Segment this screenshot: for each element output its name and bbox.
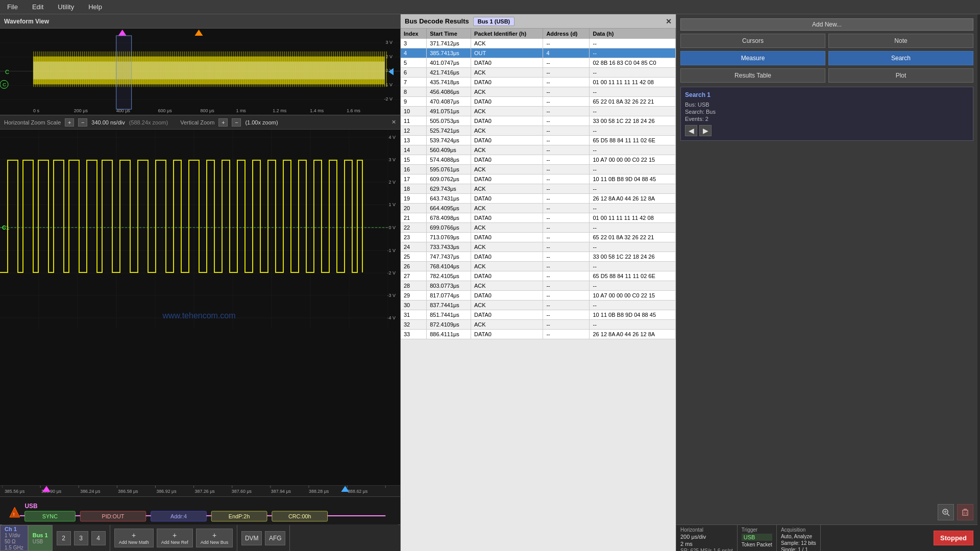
add-ref-btn[interactable]: + Add New Ref bbox=[157, 529, 193, 547]
table-row[interactable]: 15574.4088μsDATA0--10 A7 00 00 00 C0 22 … bbox=[401, 155, 676, 165]
close-zoom-btn[interactable]: ✕ bbox=[391, 119, 396, 126]
hz-zoom-minus[interactable]: − bbox=[78, 118, 87, 127]
search-type-info: Search: Bus bbox=[685, 109, 969, 115]
vt-zoom-plus[interactable]: + bbox=[218, 118, 228, 127]
table-row[interactable]: 3371.7412μsACK---- bbox=[401, 39, 676, 48]
col-addr: Address (d) bbox=[543, 29, 590, 39]
table-row[interactable]: 23713.0769μsDATA0--65 22 01 8A 32 26 22 … bbox=[401, 233, 676, 242]
svg-text:385.56 μs: 385.56 μs bbox=[5, 488, 25, 493]
menu-file[interactable]: File bbox=[4, 2, 21, 12]
svg-text:-3 V: -3 V bbox=[387, 293, 396, 298]
decode-table-body: 3371.7412μsACK----4385.7413μsOUT4--5401.… bbox=[401, 39, 676, 339]
table-row[interactable]: 10491.0751μsACK---- bbox=[401, 107, 676, 116]
hz-zoom-plus[interactable]: + bbox=[65, 118, 74, 127]
table-row[interactable]: 28803.0773μsACK---- bbox=[401, 281, 676, 291]
svg-text:387.26 μs: 387.26 μs bbox=[195, 488, 215, 493]
svg-text:2 V: 2 V bbox=[388, 180, 396, 185]
cursors-btn[interactable]: Cursors bbox=[680, 34, 825, 48]
table-row[interactable]: 31851.7441μsDATA0--10 11 0B B8 9D 04 88 … bbox=[401, 310, 676, 320]
right-spacer bbox=[676, 145, 977, 500]
table-row[interactable]: 7435.7418μsDATA0--01 00 11 11 11 11 42 0… bbox=[401, 78, 676, 87]
decode-table-container[interactable]: Index Start Time Packet Identifier (h) A… bbox=[401, 29, 676, 551]
table-row[interactable]: 6421.7416μsACK---- bbox=[401, 68, 676, 78]
overview-svg: // We'll draw these in the template belo… bbox=[0, 29, 400, 115]
note-btn[interactable]: Note bbox=[828, 34, 973, 48]
table-row[interactable]: 33886.4111μsDATA0--26 12 8A A0 44 26 12 … bbox=[401, 330, 676, 339]
menu-help[interactable]: Help bbox=[85, 2, 105, 12]
nav-next-btn[interactable]: ▶ bbox=[699, 125, 712, 136]
table-row[interactable]: 18629.743μsACK---- bbox=[401, 184, 676, 194]
table-row[interactable]: 17609.0762μsDATA0--10 11 0B B8 9D 04 88 … bbox=[401, 174, 676, 184]
svg-text:1.2 ms: 1.2 ms bbox=[273, 108, 286, 113]
table-row[interactable]: 16595.0761μsACK---- bbox=[401, 165, 676, 174]
usb-bus-area: ! USB SYNC PID:OUT Addr:4 EndP:2h CRC:00… bbox=[0, 496, 400, 524]
nav-prev-btn[interactable]: ◀ bbox=[685, 125, 697, 136]
table-row[interactable]: 14560.409μsACK---- bbox=[401, 145, 676, 155]
table-row[interactable]: 12525.7421μsACK---- bbox=[401, 126, 676, 136]
results-table-btn[interactable]: Results Table bbox=[680, 68, 825, 83]
plot-btn[interactable]: Plot bbox=[828, 68, 973, 83]
table-row[interactable]: 25747.7437μsDATA0--33 00 58 1C 22 18 24 … bbox=[401, 252, 676, 262]
table-row[interactable]: 20664.4095μsACK---- bbox=[401, 204, 676, 213]
bus1-detail1: USB bbox=[33, 539, 48, 544]
add-bus-btn[interactable]: + Add New Bus bbox=[196, 529, 233, 547]
channel-buttons: 2 3 4 bbox=[53, 525, 110, 551]
svg-text:-2 V: -2 V bbox=[387, 270, 396, 276]
add-math-btn[interactable]: + Add New Math bbox=[114, 529, 154, 547]
table-row[interactable]: 27782.4105μsDATA0--65 D5 88 84 11 11 02 … bbox=[401, 271, 676, 281]
table-row[interactable]: 32872.4109μsACK---- bbox=[401, 320, 676, 330]
svg-text:386.58 μs: 386.58 μs bbox=[118, 488, 138, 493]
svg-text:387.60 μs: 387.60 μs bbox=[232, 488, 252, 493]
table-row[interactable]: 5401.0747μsDATA0--02 8B 16 83 C0 04 85 C… bbox=[401, 58, 676, 68]
add-new-btn[interactable]: Add New... bbox=[680, 18, 973, 31]
table-row[interactable]: 30837.7441μsACK---- bbox=[401, 300, 676, 310]
afg-btn[interactable]: AFG bbox=[265, 531, 285, 545]
usb-bus-svg: ! USB SYNC PID:OUT Addr:4 EndP:2h CRC:00… bbox=[2, 497, 398, 525]
ch1-detail1: 1 V/div bbox=[5, 533, 23, 538]
table-row[interactable]: 21678.4098μsDATA0--01 00 11 11 11 11 42 … bbox=[401, 213, 676, 223]
search-btn[interactable]: Search bbox=[828, 51, 973, 65]
svg-text:388.62 μs: 388.62 μs bbox=[348, 488, 368, 493]
ch3-btn[interactable]: 3 bbox=[74, 531, 88, 545]
measure-btn[interactable]: Measure bbox=[680, 51, 825, 65]
decode-title-bar: Bus Decode Results Bus 1 (USB) ✕ bbox=[401, 14, 676, 29]
table-row[interactable]: 29817.0774μsDATA0--10 A7 00 00 00 C0 22 … bbox=[401, 291, 676, 300]
main-layout: Waveform View / bbox=[0, 14, 980, 551]
svg-text:1 V: 1 V bbox=[388, 202, 396, 207]
decode-close-btn[interactable]: ✕ bbox=[666, 17, 672, 26]
table-row[interactable]: 24733.7433μsACK---- bbox=[401, 242, 676, 252]
table-row[interactable]: 26768.4104μsACK---- bbox=[401, 262, 676, 271]
dvm-btn[interactable]: DVM bbox=[241, 531, 262, 545]
vt-zoom-label: Vertical Zoom bbox=[180, 119, 214, 126]
trigger-type: Token Packet bbox=[742, 542, 772, 547]
ch4-btn[interactable]: 4 bbox=[91, 531, 106, 545]
decode-table-header: Index Start Time Packet Identifier (h) A… bbox=[401, 29, 676, 39]
menu-utility[interactable]: Utility bbox=[55, 2, 77, 12]
search-magnify-icon bbox=[942, 508, 950, 516]
svg-rect-32 bbox=[0, 130, 400, 329]
table-row[interactable]: 9470.4087μsDATA0--65 22 01 8A 32 26 22 2… bbox=[401, 97, 676, 107]
menu-bar: File Edit Utility Help bbox=[0, 0, 980, 14]
svg-text:3 V: 3 V bbox=[386, 40, 393, 45]
svg-text:PID:OUT: PID:OUT bbox=[102, 513, 124, 519]
svg-text:www.tehencom.com: www.tehencom.com bbox=[162, 311, 235, 320]
table-row[interactable]: 19643.7431μsDATA0--26 12 8A A0 44 26 12 … bbox=[401, 194, 676, 204]
trigger-info: Trigger USB Token Packet bbox=[738, 525, 777, 551]
menu-edit[interactable]: Edit bbox=[29, 2, 46, 12]
ch1-label: Ch 1 bbox=[5, 526, 23, 532]
svg-text:Addr:4: Addr:4 bbox=[170, 513, 187, 519]
table-row[interactable]: 4385.7413μsOUT4-- bbox=[401, 48, 676, 58]
table-row[interactable]: 13539.7424μsDATA0--65 D5 88 84 11 11 02 … bbox=[401, 136, 676, 145]
zoom-icon-btn[interactable] bbox=[938, 504, 954, 520]
delete-btn[interactable] bbox=[957, 504, 973, 520]
stopped-btn[interactable]: Stopped bbox=[934, 531, 973, 545]
vt-zoom-minus[interactable]: − bbox=[232, 118, 241, 127]
table-row[interactable]: 11505.0753μsDATA0--33 00 58 1C 22 18 24 … bbox=[401, 116, 676, 126]
table-row[interactable]: 8456.4086μsACK---- bbox=[401, 87, 676, 97]
table-row[interactable]: 22699.0766μsACK---- bbox=[401, 223, 676, 233]
dvm-afg-buttons: DVM AFG bbox=[237, 525, 290, 551]
svg-text:0 V: 0 V bbox=[388, 225, 396, 230]
trigger-bus-label: USB bbox=[742, 534, 772, 541]
ch2-btn[interactable]: 2 bbox=[57, 531, 71, 545]
svg-rect-31 bbox=[33, 52, 387, 87]
